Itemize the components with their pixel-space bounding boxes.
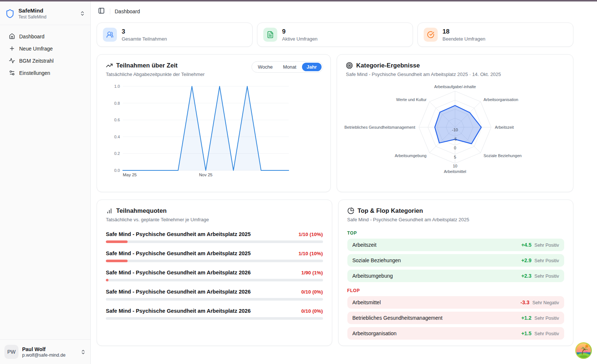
- sidebar-item-bgm-zeitstrahl[interactable]: BGM Zeitstrahl: [4, 55, 87, 67]
- card-subtitle: Safe Mind - Psychische Gesundheit am Arb…: [347, 217, 565, 222]
- island-widget-button[interactable]: [575, 342, 592, 359]
- top-category-row: Soziale Beziehungen +2.9 Sehr Positiv: [347, 254, 565, 267]
- org-switcher[interactable]: SafeMind Test SafeMind: [0, 1, 90, 25]
- svg-text:Arbeitsaufgabe/-inhalte: Arbeitsaufgabe/-inhalte: [434, 84, 476, 89]
- svg-text:Soziale Beziehungen: Soziale Beziehungen: [483, 153, 521, 158]
- svg-text:-10: -10: [452, 128, 458, 132]
- sidebar-item-label: BGM Zeitstrahl: [19, 58, 53, 64]
- sidebar-item-neue-umfrage[interactable]: Neue Umfrage: [4, 42, 87, 55]
- top-category-row: Arbeitsumgebung +2.3 Sehr Positiv: [347, 270, 565, 282]
- stat-label: Beendete Umfragen: [442, 36, 485, 42]
- progress-fill: [106, 279, 108, 281]
- category-name: Arbeitszeit: [353, 242, 376, 248]
- toggle-woche[interactable]: Woche: [253, 63, 277, 71]
- quota-row[interactable]: Safe Mind - Psychische Gesundheit am Arb…: [106, 250, 323, 262]
- svg-text:5: 5: [454, 155, 456, 159]
- svg-text:Betriebliches Gesundheitsmanag: Betriebliches Gesundheitsmanagement: [344, 125, 415, 129]
- stats-row: 3 Gesamte Teilnahmen 9 Aktive Umfragen 1…: [91, 20, 597, 47]
- category-name: Arbeitsmittel: [353, 299, 381, 305]
- quota-value: 1/10 (10%): [298, 251, 323, 256]
- sidebar-item-label: Neue Umfrage: [19, 46, 53, 52]
- user-email: p.wolf@safe-mind.de: [22, 353, 77, 358]
- app-name: SafeMind: [18, 7, 76, 14]
- charts-row: Teilnahmen über Zeit Tatsächliche Abgabe…: [91, 54, 597, 192]
- check-circle-icon: [424, 28, 438, 42]
- svg-text:Nov 25: Nov 25: [199, 173, 212, 177]
- category-score: +1.5: [521, 330, 532, 336]
- top-section-label: TOP: [347, 230, 565, 236]
- stat-label: Gesamte Teilnahmen: [122, 36, 167, 42]
- survey-name: Safe Mind - Psychische Gesundheit am Arb…: [106, 308, 251, 314]
- sidebar-item-dashboard[interactable]: Dashboard: [4, 30, 87, 42]
- quota-value: 0/10 (0%): [301, 308, 323, 314]
- user-menu[interactable]: PW Paul Wolf p.wolf@safe-mind.de: [0, 339, 90, 364]
- category-results-card: Kategorie-Ergebnisse Safe Mind - Psychis…: [337, 54, 573, 192]
- main-content: Dashboard 3 Gesamte Teilnahmen 9 Aktive …: [91, 1, 597, 364]
- panel-left-icon: [98, 7, 105, 15]
- stat-card-beendete-umfragen: 18 Beendete Umfragen: [417, 22, 573, 47]
- category-name: Arbeitsorganisation: [353, 330, 397, 336]
- settings-sliders-icon: [9, 70, 15, 76]
- progress-track: [106, 279, 323, 281]
- card-subtitle: Safe Mind - Psychische Gesundheit am Arb…: [346, 72, 564, 77]
- quota-row[interactable]: Safe Mind - Psychische Gesundheit am Arb…: [106, 231, 323, 243]
- progress-track: [106, 240, 323, 243]
- card-title: Top & Flop Kategorien: [358, 207, 423, 214]
- card-subtitle: Tatsächliche vs. geplante Teilnehmer je …: [106, 217, 323, 222]
- svg-text:-5: -5: [453, 137, 457, 141]
- toggle-jahr[interactable]: Jahr: [302, 63, 322, 71]
- flop-section-label: FLOP: [347, 288, 565, 293]
- svg-text:Arbeitszeit: Arbeitszeit: [495, 125, 514, 129]
- stat-card-aktive-umfragen: 9 Aktive Umfragen: [257, 22, 413, 47]
- chevrons-up-down-icon: [80, 349, 86, 355]
- progress-fill: [106, 240, 128, 243]
- card-title: Teilnahmequoten: [116, 207, 167, 214]
- home-icon: [9, 33, 15, 39]
- survey-name: Safe Mind - Psychische Gesundheit am Arb…: [106, 289, 251, 295]
- survey-name: Safe Mind - Psychische Gesundheit am Arb…: [106, 270, 251, 275]
- progress-track: [106, 260, 323, 262]
- category-name: Betriebliches Gesundheitsmanagement: [353, 315, 442, 321]
- stat-value: 3: [122, 28, 167, 35]
- progress-track: [106, 298, 323, 301]
- user-name: Paul Wolf: [22, 346, 77, 352]
- target-icon: [346, 62, 353, 69]
- top-flop-card: Top & Flop Kategorien Safe Mind - Psychi…: [338, 200, 574, 346]
- participation-line-chart: 1.00.80.60.40.20.0May 25Nov 25: [106, 82, 312, 177]
- svg-text:Werte und Kultur: Werte und Kultur: [396, 97, 427, 102]
- category-radar-chart: -10-50510Arbeitsaufgabe/-inhalteArbeitso…: [346, 82, 564, 175]
- card-title: Teilnahmen über Zeit: [116, 62, 178, 69]
- toggle-monat[interactable]: Monat: [278, 63, 301, 71]
- activity-icon: [9, 58, 15, 64]
- survey-name: Safe Mind - Psychische Gesundheit am Arb…: [106, 231, 251, 237]
- svg-text:0.4: 0.4: [114, 135, 120, 139]
- stat-value: 9: [282, 28, 317, 35]
- svg-text:0.2: 0.2: [114, 151, 120, 156]
- category-sentiment: Sehr Negativ: [532, 300, 559, 305]
- svg-text:Arbeitsmittel: Arbeitsmittel: [444, 169, 466, 174]
- category-score: +1.2: [521, 315, 532, 321]
- survey-name: Safe Mind - Psychische Gesundheit am Arb…: [106, 250, 251, 256]
- stat-label: Aktive Umfragen: [282, 36, 317, 42]
- svg-text:0: 0: [454, 146, 456, 150]
- users-icon: [103, 28, 117, 42]
- participation-chart-card: Teilnahmen über Zeit Tatsächliche Abgabe…: [97, 54, 331, 192]
- category-sentiment: Sehr Positiv: [534, 331, 559, 336]
- quota-row[interactable]: Safe Mind - Psychische Gesundheit am Arb…: [106, 289, 323, 301]
- quota-value: 1/90 (1%): [301, 270, 323, 275]
- flop-category-row: Betriebliches Gesundheitsmanagement +1.2…: [347, 312, 565, 324]
- category-sentiment: Sehr Positiv: [534, 243, 559, 248]
- svg-text:May 25: May 25: [123, 173, 137, 177]
- sidebar: SafeMind Test SafeMind Dashboard Neue Um…: [0, 1, 91, 364]
- stat-card-teilnahmen: 3 Gesamte Teilnahmen: [97, 22, 253, 47]
- quota-row[interactable]: Safe Mind - Psychische Gesundheit am Arb…: [106, 270, 323, 281]
- quota-row[interactable]: Safe Mind - Psychische Gesundheit am Arb…: [106, 308, 323, 320]
- participation-quotas-card: Teilnahmequoten Tatsächliche vs. geplant…: [97, 200, 332, 346]
- trending-up-icon: [106, 62, 113, 69]
- sidebar-item-einstellungen[interactable]: Einstellungen: [4, 67, 87, 79]
- svg-text:10: 10: [453, 164, 457, 168]
- svg-text:1.0: 1.0: [114, 84, 120, 89]
- sidebar-toggle-button[interactable]: [97, 7, 105, 16]
- stat-value: 18: [442, 28, 485, 35]
- pie-chart-icon: [347, 207, 354, 214]
